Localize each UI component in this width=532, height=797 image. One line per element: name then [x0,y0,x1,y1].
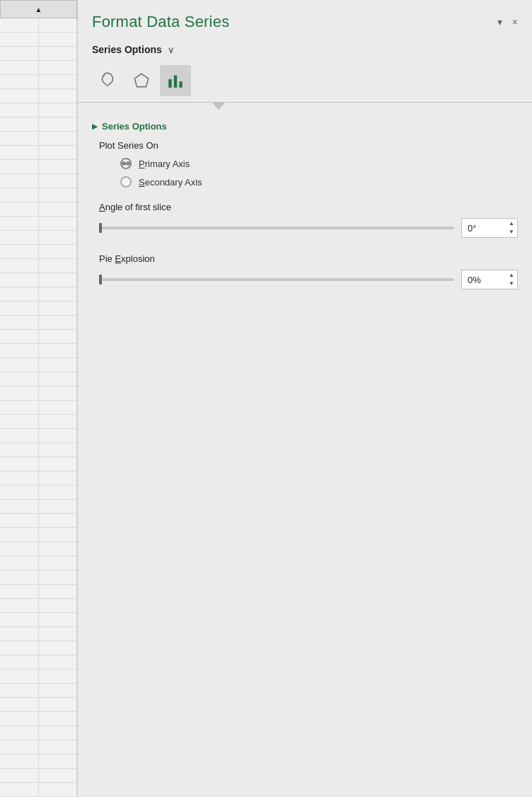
grid-cell [0,117,39,132]
grid-cell [39,783,78,797]
angle-spinbox-value: 0° [468,223,476,234]
pentagon-icon-tab[interactable] [126,65,157,96]
grid-cell [0,627,39,641]
grid-cell [39,698,78,712]
pie-explosion-section: Pie Explosion 0% ▲ ▼ [92,253,518,289]
grid-cell [0,231,39,245]
secondary-axis-radio-item[interactable]: Secondary Axis [120,176,518,188]
grid-cell [39,443,78,457]
angle-spinbox-up[interactable]: ▲ [509,219,514,228]
plot-series-on-label: Plot Series On [92,140,518,151]
grid-cell [0,160,39,174]
section-collapse-arrow[interactable]: ▶ [92,122,98,130]
grid-cell [0,769,39,783]
grid-cell [0,528,39,542]
grid-cell [39,231,78,245]
grid-cell [0,330,39,344]
grid-cell [0,18,39,33]
pie-explosion-spinbox[interactable]: 0% ▲ ▼ [461,270,518,289]
grid-cell [0,670,39,684]
scroll-up-button[interactable]: ▲ [0,0,77,18]
angle-of-first-slice-section: Angle of first slice 0° ▲ ▼ [92,202,518,238]
primary-axis-label: Primary Axis [139,159,190,169]
dropdown-icon[interactable]: ▾ [497,16,502,28]
grid-cell [39,726,78,740]
grid-cell [0,726,39,740]
grid-cell [39,755,78,769]
grid-cell [0,457,39,471]
grid-cell [39,386,78,401]
grid-cell [0,146,39,160]
grid-cell [0,415,39,429]
grid-cell [0,302,39,316]
grid-cell [0,89,39,103]
grid-cell [39,259,78,273]
grid-cell [0,358,39,372]
grid-cell [39,542,78,556]
grid-cell [0,401,39,415]
grid-cell [39,103,78,117]
secondary-axis-label: Secondary Axis [139,177,202,188]
angle-slider-track[interactable] [99,227,454,229]
grid-cell [0,755,39,769]
grid-cell [0,103,39,117]
grid-cell [39,358,78,372]
spreadsheet-area: ▲ [0,0,78,797]
pie-explosion-spinbox-down[interactable]: ▼ [509,280,514,288]
close-icon[interactable]: × [512,16,518,28]
grid-cell [39,47,78,61]
grid-cell [0,344,39,358]
pie-explosion-slider-thumb[interactable] [99,275,102,285]
angle-slider-thumb[interactable] [99,223,102,233]
grid-cell [39,627,78,641]
grid-lines [0,18,77,797]
grid-cell [39,146,78,160]
angle-spinbox-down[interactable]: ▼ [509,228,514,236]
icon-tabs-row [78,62,532,96]
fill-icon-tab[interactable] [92,65,123,96]
grid-cell [39,415,78,429]
pie-explosion-slider-track[interactable] [99,278,454,281]
grid-cell [0,655,39,670]
grid-cell [39,769,78,783]
svg-rect-4 [174,75,177,87]
chart-icon-tab[interactable] [160,65,191,96]
grid-cell [0,641,39,655]
angle-spinbox[interactable]: 0° ▲ ▼ [461,218,518,238]
primary-axis-radio-item[interactable]: Primary Axis [120,158,518,169]
grid-cell [0,372,39,386]
svg-marker-2 [134,74,149,86]
grid-cell [0,75,39,89]
angle-spinbox-arrows: ▲ ▼ [509,219,514,236]
format-data-series-panel: Format Data Series ▾ × Series Options ∨ [78,0,532,797]
grid-cell [39,655,78,670]
primary-axis-radio[interactable] [120,158,132,169]
grid-cell [0,429,39,443]
svg-point-1 [106,84,108,86]
grid-cell [39,500,78,514]
grid-cell [39,117,78,132]
grid-cell [39,670,78,684]
grid-cell [39,302,78,316]
grid-cell [39,684,78,698]
grid-cell [39,202,78,217]
angle-of-first-slice-label: Angle of first slice [92,202,518,212]
grid-cell [0,287,39,302]
grid-cell [39,556,78,570]
grid-cell [39,330,78,344]
series-options-row: Series Options ∨ [78,40,532,62]
grid-cell [39,188,78,202]
series-options-dropdown[interactable]: ∨ [168,45,175,55]
grid-cell [0,316,39,330]
pie-explosion-spinbox-up[interactable]: ▲ [509,271,514,280]
series-options-label: Series Options [92,44,162,55]
grid-cell [39,471,78,486]
grid-cell [39,599,78,613]
grid-cell [39,160,78,174]
pie-explosion-spinbox-arrows: ▲ ▼ [509,271,514,288]
secondary-axis-radio[interactable] [120,176,132,188]
grid-cell [0,783,39,797]
grid-cell [39,457,78,471]
grid-cell [0,684,39,698]
grid-cell [39,33,78,47]
